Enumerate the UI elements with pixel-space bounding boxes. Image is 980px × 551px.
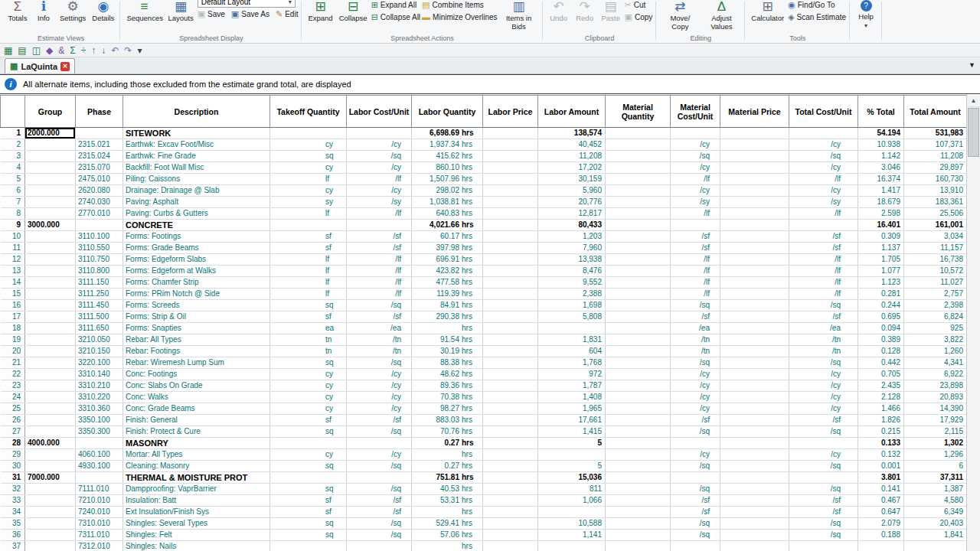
cell-labor-cost-unit[interactable]: /lf: [347, 266, 412, 277]
cell-labor-price[interactable]: [483, 507, 538, 518]
cell-total-cost-unit[interactable]: /sf: [789, 231, 858, 243]
details-button[interactable]: ◉Details: [90, 0, 116, 23]
cell-material-cost-unit[interactable]: /sq: [671, 484, 720, 495]
cell-material-price[interactable]: [720, 530, 789, 541]
cell-phase[interactable]: 7240.010: [76, 507, 123, 518]
cell-row-number[interactable]: 4: [1, 162, 25, 174]
cell-labor-price[interactable]: [483, 311, 538, 323]
edit-button[interactable]: ✎Edit: [276, 8, 298, 20]
cell-labor-amount[interactable]: 9,552: [538, 277, 606, 289]
collapse-all-button[interactable]: ⊟Collapse All: [371, 11, 420, 23]
cell-phase[interactable]: 2620.080: [76, 185, 123, 197]
cell-takeoff-quantity[interactable]: cy: [270, 392, 347, 403]
cell-total-amount[interactable]: 17,929: [904, 415, 967, 426]
cell-row-number[interactable]: 34: [1, 507, 25, 518]
save-button[interactable]: ▣Save: [198, 8, 225, 20]
cell-phase[interactable]: 2315.070: [76, 162, 123, 174]
cell-takeoff-quantity[interactable]: lf: [270, 174, 347, 185]
cell-labor-amount[interactable]: 17,661: [538, 415, 606, 426]
link-icon[interactable]: ◆: [46, 46, 53, 55]
cell-labor-amount[interactable]: 1,831: [538, 334, 606, 346]
cell-description[interactable]: Dampproofing: VaprBarrier: [123, 484, 270, 495]
cell-total-cost-unit[interactable]: /sf: [789, 507, 858, 518]
column-header[interactable]: Phase: [76, 96, 123, 128]
cell-labor-price[interactable]: [483, 369, 538, 380]
cell-phase[interactable]: 7312.010: [76, 541, 123, 551]
cell-material-cost-unit[interactable]: /sq: [671, 518, 720, 530]
cell-material-cost-unit[interactable]: /sf: [671, 311, 720, 323]
cell-total-cost-unit[interactable]: /sq: [789, 461, 858, 472]
cell-total-cost-unit[interactable]: /tn: [789, 334, 858, 346]
cell-material-cost-unit[interactable]: /sf: [671, 231, 720, 243]
cell-percent-total[interactable]: [858, 541, 904, 551]
cell-labor-cost-unit[interactable]: [347, 128, 412, 139]
cell-material-cost-unit[interactable]: [671, 128, 720, 139]
cell-group[interactable]: [25, 518, 76, 530]
cell-labor-price[interactable]: [483, 530, 538, 541]
cell-description[interactable]: Ext Insulation/Finish Sys: [123, 507, 270, 518]
new-sheet-icon[interactable]: ▦: [4, 46, 12, 55]
calculator-button[interactable]: ⊞Calculator: [749, 0, 786, 23]
cell-group[interactable]: [25, 174, 76, 185]
cell-labor-amount[interactable]: 17,202: [538, 162, 606, 174]
cell-percent-total[interactable]: 1.417: [858, 185, 904, 197]
cell-total-cost-unit[interactable]: /lf: [789, 174, 858, 185]
cell-phase[interactable]: 3111.500: [76, 311, 123, 323]
cell-description[interactable]: Drainage: Drainage @ Slab: [123, 185, 270, 197]
cell-labor-cost-unit[interactable]: /cy: [347, 369, 412, 380]
column-header[interactable]: Labor Price: [483, 96, 538, 128]
cell-labor-quantity[interactable]: 98.27hrs: [412, 403, 483, 415]
cell-row-number[interactable]: 5: [1, 174, 25, 185]
cell-labor-amount[interactable]: [538, 323, 606, 334]
cell-material-cost-unit[interactable]: [671, 541, 720, 551]
cell-material-cost-unit[interactable]: /sq: [671, 151, 720, 162]
cell-labor-price[interactable]: [483, 139, 538, 151]
cell-material-price[interactable]: [720, 311, 789, 323]
cell-material-quantity[interactable]: [606, 369, 671, 380]
cell-description[interactable]: Shingles: Several Types: [123, 518, 270, 530]
cell-total-amount[interactable]: 20,403: [904, 518, 967, 530]
cell-labor-amount[interactable]: 1,768: [538, 357, 606, 369]
cell-material-price[interactable]: [720, 162, 789, 174]
vertical-scrollbar[interactable]: ▲: [966, 95, 980, 551]
cell-material-cost-unit[interactable]: /cy: [671, 162, 720, 174]
cell-total-cost-unit[interactable]: /sq: [789, 484, 858, 495]
cell-group[interactable]: [25, 266, 76, 277]
cell-labor-cost-unit[interactable]: /sf: [347, 415, 412, 426]
cell-percent-total[interactable]: 0.133: [858, 438, 904, 449]
cell-labor-amount[interactable]: 80,433: [538, 220, 606, 231]
cell-phase[interactable]: 3350.100: [76, 415, 123, 426]
cell-group[interactable]: [25, 289, 76, 300]
paste-button[interactable]: ▤Paste: [599, 0, 623, 23]
cell-material-price[interactable]: [720, 461, 789, 472]
cell-phase[interactable]: 7111.010: [76, 484, 123, 495]
cell-phase[interactable]: 3310.140: [76, 369, 123, 380]
cell-material-quantity[interactable]: [606, 185, 671, 197]
cell-row-number[interactable]: 29: [1, 449, 25, 461]
cell-material-quantity[interactable]: [606, 243, 671, 254]
cell-material-cost-unit[interactable]: /lf: [671, 208, 720, 220]
cell-material-quantity[interactable]: [606, 128, 671, 139]
cell-labor-price[interactable]: [483, 185, 538, 197]
sort-down-icon[interactable]: ↓: [101, 46, 106, 55]
cell-labor-cost-unit[interactable]: [347, 541, 412, 551]
cell-labor-quantity[interactable]: 883.03hrs: [412, 415, 483, 426]
cell-percent-total[interactable]: 1.142: [858, 151, 904, 162]
info-button[interactable]: ℹInfo: [31, 0, 56, 23]
cell-percent-total[interactable]: 1.137: [858, 243, 904, 254]
cell-labor-cost-unit[interactable]: /cy: [347, 380, 412, 392]
cell-material-price[interactable]: [720, 174, 789, 185]
cell-total-cost-unit[interactable]: /cy: [789, 369, 858, 380]
cell-group[interactable]: [25, 403, 76, 415]
cell-labor-quantity[interactable]: 1,038.81hrs: [412, 197, 483, 208]
cell-material-price[interactable]: [720, 323, 789, 334]
cell-material-cost-unit[interactable]: /ea: [671, 323, 720, 334]
cell-group[interactable]: [25, 392, 76, 403]
cell-percent-total[interactable]: 0.141: [858, 484, 904, 495]
cell-takeoff-quantity[interactable]: cy: [270, 369, 347, 380]
cell-labor-cost-unit[interactable]: /sq: [347, 300, 412, 311]
cell-labor-cost-unit[interactable]: /ea: [347, 323, 412, 334]
column-header[interactable]: Labor Amount: [538, 96, 606, 128]
divide-icon[interactable]: ÷: [81, 46, 87, 55]
cell-labor-amount[interactable]: 10,588: [538, 518, 606, 530]
